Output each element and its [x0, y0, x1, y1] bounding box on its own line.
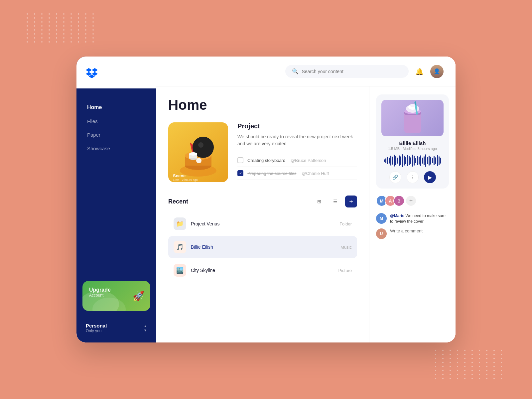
personal-name: Personal: [86, 323, 107, 329]
comment-text-1: @Marie We need to make sure to review th…: [390, 213, 449, 224]
personal-section[interactable]: Personal Only you ▲ ▼: [76, 318, 156, 342]
waveform-bar: [410, 157, 411, 164]
project-thumbnail[interactable]: Scene 4 ms · 2 hours ago: [168, 122, 228, 182]
add-collaborator-button[interactable]: +: [405, 195, 417, 206]
comment-input[interactable]: [390, 228, 449, 233]
waveform-bar: [424, 156, 425, 165]
waveform-bar: [440, 158, 441, 164]
waveform-bar: [415, 158, 416, 163]
sidebar-item-showcase[interactable]: Showcase: [76, 142, 156, 155]
file-type-3: Picture: [338, 268, 352, 273]
scene-meta: 4 ms · 2 hours ago: [173, 178, 198, 182]
waveform-bar: [397, 158, 398, 164]
waveform-bar: [439, 156, 440, 165]
file-item-project-venus[interactable]: 📁 Project Venus Folder: [168, 213, 357, 235]
more-options-button[interactable]: ⋮: [407, 171, 419, 183]
dot-grid-bottom: for(let i=0;i<80;i++) document.write('<d…: [435, 350, 505, 379]
svg-point-10: [196, 158, 201, 163]
waveform-bar: [435, 157, 436, 164]
sidebar-navigation: Home Files Paper Showcase: [76, 88, 156, 191]
grid-view-button[interactable]: ⊞: [313, 196, 325, 207]
task-author-1: @Bruce Patterson: [291, 158, 326, 163]
music-card: Billie Eilish 1.5 MB · Modified 3 hours …: [376, 94, 449, 189]
scene-label: Scene: [173, 173, 186, 178]
waveform-bar: [419, 157, 420, 165]
task-label-1: Creating storyboard: [247, 158, 285, 163]
waveform-bar: [434, 156, 435, 165]
collaborators-row: M A B +: [376, 195, 449, 206]
folder-icon: 📁: [174, 217, 186, 230]
project-info: Project We should be ready to reveal the…: [237, 122, 357, 180]
comments-section: M @Marie We need to make sure to review …: [376, 213, 449, 239]
header-right: 🔔 👤: [415, 65, 444, 78]
play-button[interactable]: ▶: [424, 171, 436, 183]
expand-chevrons: ▲ ▼: [144, 324, 147, 332]
sidebar: Home Files Paper Showcase Upgrade Accoun…: [76, 57, 156, 342]
app-window: Home Files Paper Showcase Upgrade Accoun…: [76, 57, 456, 342]
search-input[interactable]: [302, 69, 402, 74]
waveform-bar: [399, 155, 400, 166]
waveform-bar: [392, 157, 393, 165]
sidebar-logo: [76, 57, 156, 88]
waveform-bar: [429, 156, 430, 166]
waveform-bar: [395, 156, 396, 165]
recent-title: Recent: [168, 198, 309, 205]
task-checkbox-2[interactable]: ✓: [237, 170, 243, 176]
sidebar-item-files[interactable]: Files: [76, 114, 156, 128]
link-button[interactable]: 🔗: [389, 171, 401, 183]
waveform-bar: [387, 157, 388, 164]
collaborator-avatar-3[interactable]: B: [393, 195, 405, 206]
waveform-bar: [400, 156, 401, 165]
project-description: We should be ready to reveal the new pro…: [237, 133, 357, 147]
waveform-bar: [425, 154, 426, 167]
waveform-bar: [417, 156, 418, 165]
sidebar-item-paper[interactable]: Paper: [76, 128, 156, 142]
task-item-1: Creating storyboard @Bruce Patterson: [237, 154, 357, 167]
music-track-name: Billie Eilish: [381, 140, 444, 146]
add-file-button[interactable]: +: [345, 196, 357, 207]
personal-sub: Only you: [86, 329, 107, 333]
file-type-2: Music: [340, 245, 352, 250]
waveform-bar: [437, 155, 438, 166]
recent-section: Recent ⊞ ☰ + 📁 Project Venus Folder 🎵: [168, 196, 357, 281]
waveform-bar: [420, 155, 421, 166]
waveform-bar: [414, 156, 415, 166]
dropbox-icon: [86, 67, 98, 79]
comment-avatar-1: M: [376, 213, 387, 224]
search-bar[interactable]: 🔍: [285, 65, 409, 78]
svg-point-9: [189, 152, 197, 156]
music-controls: 🔗 ⋮ ▶: [381, 171, 444, 183]
search-icon: 🔍: [292, 68, 299, 74]
picture-icon: 🏙️: [174, 264, 186, 277]
file-type-1: Folder: [339, 221, 352, 226]
left-content: Home: [156, 86, 369, 342]
waveform-bar: [385, 158, 386, 163]
comment-input-row: U: [376, 228, 449, 239]
music-track-meta: 1.5 MB · Modified 3 hours ago: [381, 147, 444, 151]
svg-point-6: [198, 142, 203, 148]
rocket-icon: 🚀: [133, 291, 144, 302]
waveform-bar: [390, 156, 391, 166]
waveform-bar: [432, 158, 433, 163]
file-item-billie-eilish[interactable]: 🎵 Billie Eilish Music: [168, 236, 357, 258]
comment-item-1: M @Marie We need to make sure to review …: [376, 213, 449, 224]
upgrade-card[interactable]: Upgrade Account 🚀: [82, 281, 150, 311]
waveform-bar: [402, 154, 403, 167]
right-panel: Billie Eilish 1.5 MB · Modified 3 hours …: [369, 86, 456, 342]
notification-bell-icon[interactable]: 🔔: [415, 67, 424, 75]
waveform-bar: [389, 158, 390, 164]
file-item-city-skyline[interactable]: 🏙️ City Skyline Picture: [168, 259, 357, 281]
user-avatar[interactable]: 👤: [430, 65, 444, 78]
task-checkbox-1[interactable]: [237, 157, 243, 163]
waveform-bar: [430, 157, 431, 165]
recent-header: Recent ⊞ ☰ +: [168, 196, 357, 207]
task-label-2: Preparing the source files: [247, 171, 296, 176]
waveform-bar: [422, 158, 423, 164]
waveform-bar: [407, 155, 408, 166]
content-area: Home: [156, 86, 456, 342]
sidebar-item-home[interactable]: Home: [76, 100, 156, 114]
list-view-button[interactable]: ☰: [329, 196, 341, 207]
milkshake-illustration: [396, 100, 429, 136]
waveform-bar: [412, 155, 413, 167]
main-area: 🔍 🔔 👤 Home: [156, 57, 456, 342]
